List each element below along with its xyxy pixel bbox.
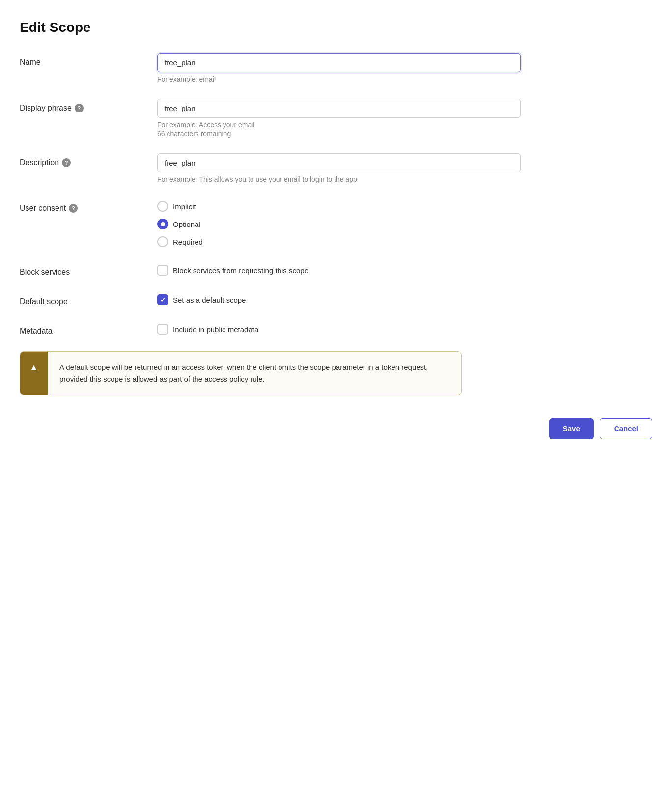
check-icon: ✓ (160, 297, 166, 303)
default-scope-field-row: Default scope ✓ Set as a default scope (20, 292, 652, 306)
default-scope-checkbox[interactable]: ✓ Set as a default scope (157, 292, 652, 305)
default-scope-label-col: Default scope (20, 292, 157, 306)
display-phrase-label-col: Display phrase ? (20, 99, 157, 112)
name-control-col: For example: email (157, 53, 652, 83)
block-services-field-row: Block services Block services from reque… (20, 263, 652, 277)
metadata-checkbox-label: Include in public metadata (173, 325, 258, 334)
block-services-label: Block services (20, 268, 70, 277)
description-hint: For example: This allows you to use your… (157, 175, 652, 183)
description-control-col: For example: This allows you to use your… (157, 153, 652, 183)
radio-implicit[interactable]: Implicit (157, 201, 652, 212)
warning-text: A default scope will be returned in an a… (59, 363, 428, 383)
footer-actions: Save Cancel (20, 413, 652, 439)
display-phrase-hint1: For example: Access your email (157, 121, 652, 129)
warning-icon: ▲ (29, 363, 38, 373)
user-consent-label-col: User consent ? (20, 199, 157, 213)
radio-optional[interactable]: Optional (157, 219, 652, 229)
display-phrase-help-icon[interactable]: ? (75, 104, 84, 112)
display-phrase-input[interactable] (157, 99, 521, 118)
user-consent-control-col: Implicit Optional Required (157, 199, 652, 247)
warning-box: ▲ A default scope will be returned in an… (20, 351, 462, 395)
name-label: Name (20, 58, 41, 67)
radio-required[interactable]: Required (157, 236, 652, 247)
radio-required-label: Required (173, 238, 203, 246)
metadata-field-row: Metadata Include in public metadata (20, 322, 652, 336)
description-input[interactable] (157, 153, 521, 172)
default-scope-label: Default scope (20, 297, 68, 306)
user-consent-label: User consent (20, 204, 66, 213)
display-phrase-control-col: For example: Access your email 66 charac… (157, 99, 652, 138)
default-scope-checkbox-box: ✓ (157, 294, 168, 305)
description-field-row: Description ? For example: This allows y… (20, 153, 652, 183)
description-label: Description (20, 158, 59, 167)
radio-optional-label: Optional (173, 220, 200, 228)
metadata-label: Metadata (20, 327, 53, 336)
display-phrase-field-row: Display phrase ? For example: Access you… (20, 99, 652, 138)
cancel-button[interactable]: Cancel (600, 418, 652, 439)
description-label-col: Description ? (20, 153, 157, 167)
save-button[interactable]: Save (549, 418, 594, 439)
name-field-row: Name For example: email (20, 53, 652, 83)
block-services-checkbox-box (157, 265, 168, 276)
metadata-checkbox[interactable]: Include in public metadata (157, 322, 652, 335)
block-services-label-col: Block services (20, 263, 157, 277)
name-label-col: Name (20, 53, 157, 67)
metadata-control-col: Include in public metadata (157, 322, 652, 335)
warning-sidebar: ▲ (20, 352, 48, 395)
radio-optional-circle (157, 219, 168, 229)
radio-required-circle (157, 236, 168, 247)
default-scope-checkbox-label: Set as a default scope (173, 296, 246, 304)
name-hint: For example: email (157, 75, 652, 83)
radio-optional-inner (161, 222, 165, 226)
radio-implicit-circle (157, 201, 168, 212)
block-services-checkbox-label: Block services from requesting this scop… (173, 266, 308, 275)
radio-implicit-label: Implicit (173, 202, 196, 211)
name-input[interactable] (157, 53, 521, 72)
warning-content: A default scope will be returned in an a… (48, 352, 461, 395)
user-consent-help-icon[interactable]: ? (69, 204, 78, 213)
display-phrase-label: Display phrase (20, 104, 72, 112)
user-consent-field-row: User consent ? Implicit Optional Require… (20, 199, 652, 247)
user-consent-radio-group: Implicit Optional Required (157, 199, 652, 247)
metadata-checkbox-box (157, 324, 168, 335)
default-scope-control-col: ✓ Set as a default scope (157, 292, 652, 305)
block-services-control-col: Block services from requesting this scop… (157, 263, 652, 276)
display-phrase-hint2: 66 characters remaining (157, 130, 652, 138)
description-help-icon[interactable]: ? (62, 158, 71, 167)
block-services-checkbox[interactable]: Block services from requesting this scop… (157, 263, 652, 276)
metadata-label-col: Metadata (20, 322, 157, 336)
page-title: Edit Scope (20, 20, 652, 35)
